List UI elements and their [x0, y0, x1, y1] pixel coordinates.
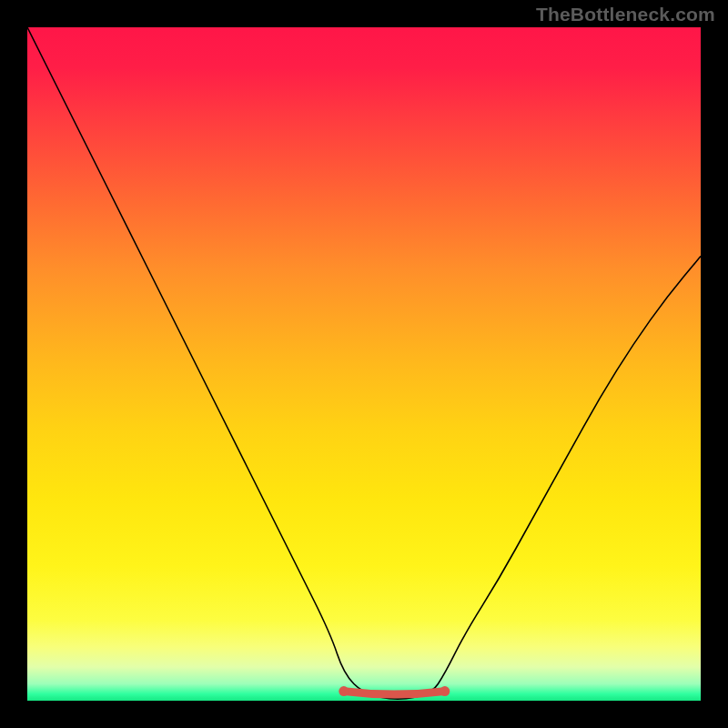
- bottleneck-curves: [27, 27, 701, 701]
- valley-cap-left-icon: [339, 686, 349, 696]
- valley-cap-right-icon: [440, 686, 450, 696]
- watermark-text: TheBottleneck.com: [536, 4, 715, 25]
- curve-valley-highlight: [344, 692, 445, 695]
- plot-area: [27, 27, 701, 701]
- chart-container: TheBottleneck.com: [0, 0, 728, 728]
- bottleneck-curve-line: [27, 27, 701, 699]
